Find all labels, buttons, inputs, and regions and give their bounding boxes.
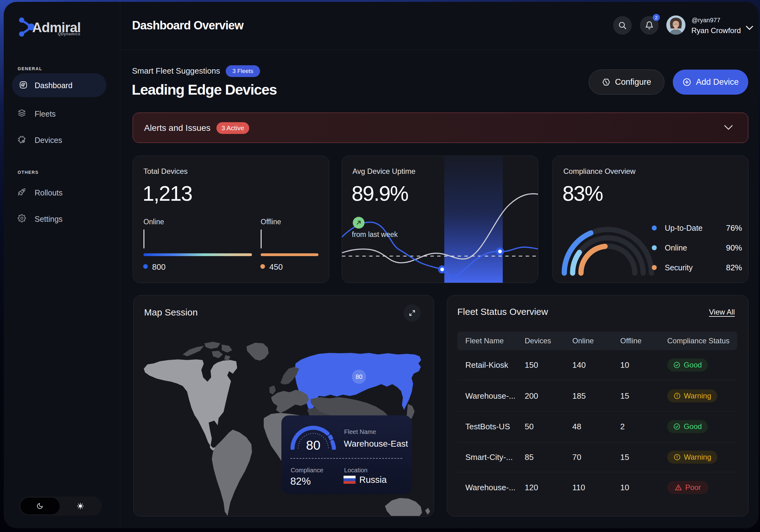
svg-text:QDynamics: QDynamics [58,32,80,36]
svg-text:80: 80 [356,373,362,380]
